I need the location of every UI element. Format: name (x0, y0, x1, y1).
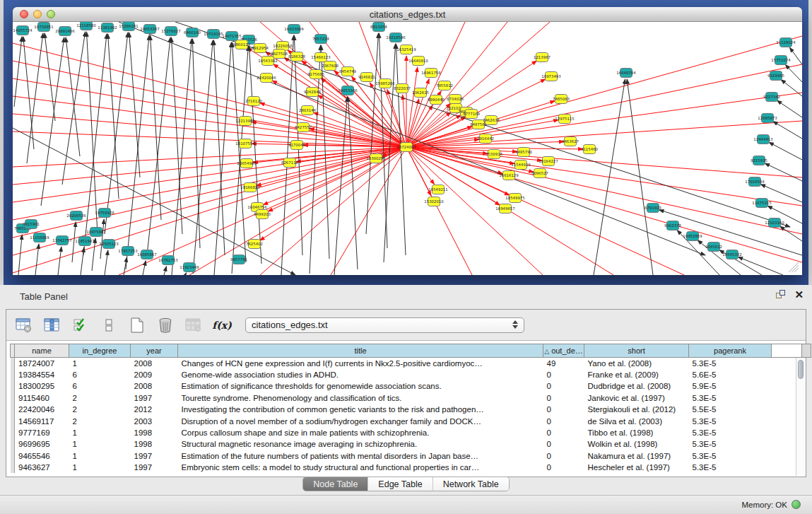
table-cell[interactable]: Genome-wide association studies in ADHD. (178, 369, 543, 380)
table-cell[interactable]: 9777169 (15, 427, 69, 438)
tab-node-table[interactable]: Node Table (303, 477, 368, 491)
graph-node[interactable]: 11128024 (776, 38, 796, 47)
column-header-year[interactable]: year (131, 344, 178, 358)
graph-node[interactable]: 8454749 (339, 67, 357, 76)
graph-node[interactable]: 10545332 (722, 250, 741, 259)
network-window-titlebar[interactable]: citations_edges.txt (13, 7, 802, 22)
graph-node[interactable]: 15466123 (311, 53, 330, 62)
graph-node[interactable]: 14671355 (222, 32, 241, 41)
graph-node[interactable]: 7530914 (486, 150, 503, 159)
tab-edge-table[interactable]: Edge Table (368, 477, 433, 491)
table-cell[interactable]: Structural magnetic resonance image aver… (178, 438, 543, 450)
graph-node[interactable]: 7857224 (312, 35, 330, 44)
table-cell[interactable]: 22420046 (15, 404, 69, 415)
new-document-icon[interactable] (128, 316, 146, 334)
graph-node[interactable]: 8990448 (428, 95, 445, 105)
column-header-in_degree[interactable]: in_degree (69, 344, 131, 358)
table-row[interactable]: 1938455462009Genome-wide association stu… (11, 369, 811, 380)
column-header-out_de[interactable]: △out_de… (543, 344, 584, 358)
table-cell[interactable]: Yano et al. (2008) (584, 358, 689, 369)
table-cell[interactable]: 0 (543, 462, 584, 473)
table-cell[interactable]: 0 (543, 415, 584, 426)
table-row[interactable]: 946554611997Estimation of the future num… (11, 450, 811, 462)
table-row[interactable]: 2242004622012Investigating the contribut… (11, 404, 811, 415)
table-selector-dropdown[interactable]: citations_edges.txt (245, 317, 524, 333)
vertical-scrollbar[interactable] (796, 358, 805, 476)
table-cell[interactable]: 5.6E-5 (689, 369, 772, 380)
float-window-icon[interactable] (776, 290, 786, 300)
graph-node[interactable]: 9146821 (358, 73, 375, 82)
table-cell[interactable]: 5.9E-5 (689, 380, 772, 392)
table-cell[interactable]: 5.3E-5 (689, 358, 772, 369)
table-cell[interactable]: 2 (69, 392, 131, 404)
table-cell[interactable]: 1 (69, 462, 131, 473)
column-header-name[interactable]: name (15, 344, 69, 358)
table-cell[interactable]: 6 (69, 369, 131, 380)
graph-node[interactable]: 16640910 (408, 57, 428, 66)
table-row[interactable]: 1456911722003Disruption of a novel membe… (11, 415, 811, 426)
graph-node[interactable]: 9242848 (304, 88, 322, 97)
graph-node[interactable]: 7462634 (483, 116, 500, 125)
table-cell[interactable]: Hescheler et al. (1997) (584, 462, 689, 473)
graph-node[interactable]: 7625402 (246, 240, 263, 249)
graph-node[interactable]: 14055724 (13, 26, 33, 35)
graph-node[interactable]: 16549211 (428, 185, 447, 194)
table-cell[interactable]: Embryonic stem cells: a model to study s… (178, 462, 543, 473)
table-cell[interactable]: 2009 (131, 369, 178, 380)
table-cell[interactable]: 9699695 (15, 438, 69, 450)
select-all-rows-icon[interactable] (71, 316, 90, 334)
graph-node[interactable]: 9245012 (705, 243, 722, 252)
table-row[interactable]: 946362711997Embryonic stem cells: a mode… (11, 462, 811, 473)
table-cell[interactable]: 9465546 (15, 450, 69, 462)
table-cell[interactable]: 18724007 (15, 358, 69, 369)
graph-node[interactable]: 16782753 (158, 256, 177, 265)
graph-node[interactable]: 8912954 (252, 44, 269, 53)
graph-node[interactable]: 1213967 (534, 53, 551, 62)
graph-node[interactable]: 19218596 (386, 33, 406, 42)
table-settings-icon[interactable] (15, 316, 33, 334)
graph-node[interactable]: 12095873 (758, 114, 777, 123)
table-cell[interactable]: 0 (543, 380, 584, 392)
graph-node[interactable]: 11156869 (30, 233, 49, 243)
table-cell[interactable]: 2 (69, 404, 131, 415)
graph-node[interactable]: 10653287 (140, 25, 159, 34)
table-cell[interactable]: Jankovic et al. (1997) (584, 392, 689, 404)
graph-node[interactable]: 2803144 (299, 106, 317, 115)
graph-node[interactable]: 6791923 (645, 204, 661, 213)
table-cell[interactable]: Corpus callosum shape and size in male p… (178, 427, 543, 438)
graph-node[interactable]: 16325419 (396, 45, 416, 54)
table-cell[interactable]: 1997 (131, 462, 178, 473)
graph-node[interactable]: 8186328 (288, 52, 306, 62)
table-cell[interactable]: 5.3E-5 (689, 415, 772, 426)
table-cell[interactable]: 0 (543, 438, 584, 450)
table-cell[interactable]: Estimation of the future numbers of pati… (178, 450, 543, 462)
table-cell[interactable]: 1997 (131, 450, 178, 462)
graph-node[interactable]: 6734028 (447, 95, 464, 104)
graph-node[interactable]: 16648784 (616, 69, 636, 78)
graph-node[interactable]: 15885206 (375, 79, 395, 88)
graph-node[interactable]: 8813054 (370, 23, 388, 32)
graph-node[interactable]: 3915901 (23, 220, 40, 229)
graph-node[interactable]: 19759928 (95, 209, 114, 218)
table-cell[interactable]: 0 (543, 404, 584, 415)
table-cell[interactable]: 1998 (131, 427, 178, 438)
graph-node[interactable]: 8322037 (394, 84, 411, 93)
graph-node[interactable]: 9115460 (581, 145, 599, 154)
network-canvas[interactable]: 1405572410730851208914061211858011381902… (13, 22, 802, 275)
table-cell[interactable]: 0 (543, 450, 584, 462)
function-builder-icon[interactable]: f(x) (213, 316, 231, 334)
table-cell[interactable]: 1 (69, 427, 131, 438)
table-cell[interactable]: 0 (543, 392, 584, 404)
graph-node[interactable]: 9499203 (254, 210, 271, 219)
graph-node[interactable]: 7485063 (553, 95, 570, 104)
table-cell[interactable]: 9115460 (15, 392, 69, 404)
table-cell[interactable]: 5.3E-5 (689, 392, 772, 404)
network-graph[interactable]: 1405572410730851208914061211858011381902… (13, 22, 802, 275)
graph-node[interactable]: 11451947 (75, 237, 94, 246)
table-row[interactable]: 911546021997Tourette syndrome. Phenomeno… (11, 392, 811, 404)
scrollbar-thumb[interactable] (798, 360, 804, 379)
close-icon[interactable]: ✕ (794, 290, 804, 300)
graph-node[interactable]: 7955812 (436, 81, 453, 90)
table-cell[interactable]: Nakamura et al. (1997) (584, 450, 689, 462)
table-cell[interactable]: Dudbridge et al. (2008) (584, 380, 689, 392)
